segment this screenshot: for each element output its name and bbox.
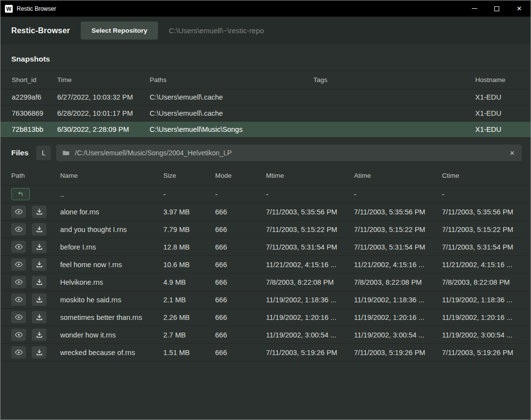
titlebar: W Restic Browser ✕ [0, 0, 531, 17]
download-icon [36, 208, 43, 215]
file-ctime: - [442, 190, 531, 198]
file-row: wonder how it.rns 2.7 MB 666 11/19/2002,… [0, 326, 531, 344]
preview-file-button[interactable] [11, 206, 26, 218]
column-time: Time [57, 76, 150, 84]
file-row: feel home now !.rns 10.6 MB 666 11/21/20… [0, 256, 531, 273]
download-icon [36, 261, 43, 268]
file-mtime: - [266, 190, 354, 198]
folder-icon [62, 149, 70, 157]
preview-file-button[interactable] [11, 223, 26, 235]
column-paths: Paths [150, 76, 313, 84]
snapshot-time: 6/28/2022, 10:01:17 PM [57, 109, 150, 117]
download-icon [36, 331, 43, 338]
eye-icon [15, 260, 23, 269]
file-mtime: 7/11/2003, 5:19:26 PM [266, 349, 354, 357]
file-row: moskito he said.rns 2.1 MB 666 11/19/200… [0, 291, 531, 309]
preview-file-button[interactable] [11, 258, 26, 271]
column-tags: Tags [313, 76, 475, 84]
eye-icon [15, 313, 23, 321]
files-table: Path Name Size Mode Mtime Atime Ctime ..… [0, 166, 531, 361]
file-ctime: 11/19/2002, 1:18:36 ... [442, 296, 531, 304]
file-row: sometimes better than.rns 2.26 MB 666 11… [0, 309, 531, 326]
file-atime: 11/21/2002, 4:15:16 ... [354, 261, 442, 269]
eye-icon [15, 243, 23, 251]
file-mode: 666 [215, 226, 266, 233]
snapshot-short-id: a2299af6 [12, 93, 57, 101]
file-mtime: 11/19/2002, 1:18:36 ... [266, 296, 354, 304]
file-mode: - [215, 190, 266, 198]
download-icon [36, 296, 43, 303]
eye-icon [15, 278, 23, 286]
file-mtime: 11/19/2002, 1:20:16 ... [266, 314, 354, 321]
file-row: wrecked because of.rns 1.51 MB 666 7/11/… [0, 344, 531, 361]
download-icon [36, 226, 43, 233]
download-file-button[interactable] [32, 241, 46, 253]
snapshots-table: Short_id Time Paths Tags Hostname a2299a… [0, 71, 531, 138]
clear-path-icon: ✕ [509, 149, 515, 157]
close-button[interactable]: ✕ [508, 0, 531, 17]
download-file-button[interactable] [32, 294, 46, 306]
file-atime: 11/19/2002, 1:18:36 ... [354, 296, 442, 304]
files-mode-button[interactable]: L [36, 146, 51, 160]
select-repository-button[interactable]: Select Repository [81, 21, 158, 40]
file-ctime: 7/8/2003, 8:22:08 PM [442, 278, 531, 286]
download-file-button[interactable] [32, 329, 46, 341]
minimize-button[interactable] [463, 0, 486, 17]
window-title: Restic Browser [17, 5, 56, 12]
preview-file-button[interactable] [11, 241, 26, 253]
file-mode: 666 [215, 261, 266, 269]
column-size: Size [163, 172, 215, 179]
download-file-button[interactable] [32, 258, 46, 271]
file-row: and you thought I.rns 7.79 MB 666 7/11/2… [0, 221, 531, 238]
path-bar[interactable]: /C:/Users/emuell/Music/Songs/2004_Helvet… [56, 145, 522, 161]
file-name: moskito he said.rns [60, 296, 163, 304]
preview-file-button[interactable] [11, 311, 26, 323]
column-path: Path [11, 172, 60, 179]
preview-file-button[interactable] [11, 329, 26, 341]
file-name: alone for.rns [60, 208, 163, 216]
maximize-button[interactable] [486, 0, 508, 17]
column-short-id: Short_id [12, 76, 57, 84]
file-mode: 666 [215, 243, 266, 251]
close-icon: ✕ [517, 5, 522, 12]
snapshot-row[interactable]: a2299af6 6/27/2022, 10:03:32 PM C:\Users… [0, 89, 531, 105]
go-up-button[interactable] [11, 188, 30, 200]
app-header: Restic-Browser Select Repository C:\User… [0, 17, 531, 44]
file-size: - [163, 190, 215, 198]
download-icon [36, 349, 43, 356]
file-atime: 7/11/2003, 5:19:26 PM [354, 349, 442, 357]
file-ctime: 11/19/2002, 1:20:16 ... [442, 314, 531, 321]
download-file-button[interactable] [32, 311, 46, 323]
clear-path-button[interactable]: ✕ [509, 148, 516, 158]
file-ctime: 11/21/2002, 4:15:16 ... [442, 261, 531, 269]
minimize-icon [472, 8, 477, 9]
file-size: 1.51 MB [163, 349, 215, 357]
file-ctime: 7/11/2003, 5:15:22 PM [442, 226, 531, 233]
file-size: 3.97 MB [163, 208, 215, 216]
download-file-button[interactable] [32, 346, 46, 358]
file-atime: 11/19/2002, 1:20:16 ... [354, 314, 442, 321]
window-controls: ✕ [463, 0, 531, 17]
column-name: Name [60, 172, 163, 179]
file-name: Helvikone.rns [60, 278, 163, 286]
file-row: before I.rns 12.8 MB 666 7/11/2003, 5:31… [0, 238, 531, 256]
snapshot-time: 6/30/2022, 2:28:09 PM [57, 126, 150, 133]
file-atime: 7/8/2003, 8:22:08 PM [354, 278, 442, 286]
file-size: 12.8 MB [163, 243, 215, 251]
file-atime: 7/11/2003, 5:15:22 PM [354, 226, 442, 233]
preview-file-button[interactable] [11, 294, 26, 306]
file-size: 2.1 MB [163, 296, 215, 304]
preview-file-button[interactable] [11, 346, 26, 358]
download-file-button[interactable] [32, 206, 46, 218]
file-name: wrecked because of.rns [60, 349, 163, 357]
download-file-button[interactable] [32, 223, 46, 235]
app-logo-letter: W [6, 6, 11, 12]
preview-file-button[interactable] [11, 276, 26, 288]
snapshot-row[interactable]: 76306869 6/28/2022, 10:01:17 PM C:\Users… [0, 105, 531, 122]
return-arrow-icon [17, 190, 24, 198]
column-ctime: Ctime [442, 172, 531, 179]
snapshot-row[interactable]: 72b813bb 6/30/2022, 2:28:09 PM C:\Users\… [0, 122, 531, 138]
column-atime: Atime [354, 172, 442, 179]
file-mtime: 7/11/2003, 5:31:54 PM [266, 243, 354, 251]
download-file-button[interactable] [32, 276, 46, 288]
